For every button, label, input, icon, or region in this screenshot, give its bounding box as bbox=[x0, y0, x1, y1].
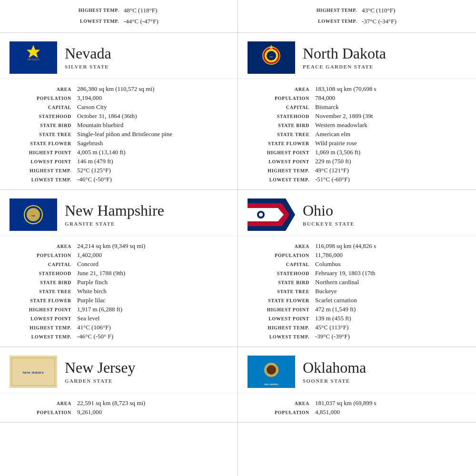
detail-value-highestPoint: 4,005 m (13,140 ft) bbox=[77, 149, 125, 156]
state-header-nevada: NEVADA NevadaSILVER STATE bbox=[0, 33, 238, 79]
detail-value-lowestTemp: -46°C (-50° F) bbox=[77, 333, 113, 340]
svg-text:NEW JERSEY: NEW JERSEY bbox=[22, 371, 44, 375]
svg-text:ND: ND bbox=[269, 56, 273, 58]
detail-label-stateTree: STATE TREE bbox=[248, 289, 309, 294]
detail-population: POPULATION11,786,000 bbox=[248, 251, 466, 259]
state-details-ohio: AREA116,098 sq km (44,826 sPOPULATION11,… bbox=[238, 236, 476, 347]
detail-stateTree: STATE TREEBuckeye bbox=[248, 288, 466, 295]
detail-value-stateTree: Buckeye bbox=[315, 288, 337, 295]
detail-value-statehood: June 21, 1788 (9th) bbox=[77, 269, 125, 277]
detail-label-highestTemp: HIGHEST TEMP. bbox=[248, 168, 309, 173]
detail-value-stateFlower: Purple lilac bbox=[77, 297, 106, 304]
flag-new_jersey: NEW JERSEY bbox=[10, 356, 57, 388]
flag-oklahoma: OKLAHOMA bbox=[248, 356, 295, 388]
detail-label-area: AREA bbox=[10, 87, 71, 92]
detail-value-lowestPoint: 146 m (479 ft) bbox=[77, 158, 113, 165]
detail-stateFlower: STATE FLOWERSagebrush bbox=[10, 139, 228, 147]
detail-value-stateFlower: Wild prairie rose bbox=[315, 139, 357, 147]
detail-statehood: STATEHOODFebruary 19, 1803 (17th bbox=[248, 269, 466, 277]
state-title: OklahomaSOONER STATE bbox=[303, 359, 366, 384]
detail-label-stateBird: STATE BIRD bbox=[248, 280, 309, 285]
detail-label-area: AREA bbox=[248, 244, 309, 249]
detail-label-stateBird: STATE BIRD bbox=[248, 123, 309, 128]
detail-stateBird: STATE BIRDMountain bluebird bbox=[10, 121, 228, 129]
state-details-nevada: AREA286,380 sq km (110,572 sq mi)POPULAT… bbox=[0, 79, 238, 190]
detail-capital: CAPITALConcord bbox=[10, 260, 228, 268]
detail-population: POPULATION1,402,000 bbox=[10, 251, 228, 259]
detail-value-stateFlower: Sagebrush bbox=[77, 139, 103, 147]
state-name: New Jersey bbox=[65, 359, 135, 376]
state-nickname: BUCKEYE STATE bbox=[303, 221, 355, 227]
top-temps: HIGHEST TEMP.43°C (110°F)LOWEST TEMP.-37… bbox=[238, 0, 476, 33]
detail-area: AREA24,214 sq km (9,349 sq mi) bbox=[10, 242, 228, 250]
detail-label-population: POPULATION bbox=[10, 253, 71, 258]
detail-label-stateFlower: STATE FLOWER bbox=[10, 298, 71, 303]
detail-label-population: POPULATION bbox=[10, 96, 71, 101]
detail-statehood: STATEHOODNovember 2, 1889 (39t bbox=[248, 112, 466, 120]
detail-statehood: STATEHOODOctober 31, 1864 (36th) bbox=[10, 112, 228, 120]
detail-area: AREA183,108 sq km (70,698 s bbox=[248, 85, 466, 93]
detail-value-statehood: October 31, 1864 (36th) bbox=[77, 112, 137, 120]
detail-label-highestTemp: HIGHEST TEMP. bbox=[248, 325, 309, 330]
detail-value-highestTemp: 45°C (113°F) bbox=[315, 324, 348, 331]
detail-stateFlower: STATE FLOWERPurple lilac bbox=[10, 297, 228, 304]
state-header-ohio: OhioBUCKEYE STATE bbox=[238, 190, 476, 236]
detail-value-stateTree: American elm bbox=[315, 130, 350, 138]
detail-value-stateBird: Northern cardinal bbox=[315, 278, 359, 286]
detail-value-stateTree: Single-leaf piñon and Bristlecone pine bbox=[77, 130, 172, 138]
detail-label-capital: CAPITAL bbox=[248, 105, 309, 110]
detail-label-lowestPoint: LOWEST POINT bbox=[10, 159, 71, 164]
highest-temp-label: HIGHEST TEMP. bbox=[305, 7, 357, 14]
detail-value-population: 784,000 bbox=[315, 94, 335, 102]
state-name: New Hampshire bbox=[65, 202, 164, 219]
detail-label-lowestPoint: LOWEST POINT bbox=[10, 316, 71, 321]
detail-value-area: 286,380 sq km (110,572 sq mi) bbox=[77, 85, 154, 93]
detail-population: POPULATION4,851,000 bbox=[248, 408, 466, 416]
detail-highestTemp: HIGHEST TEMP.49°C (121°F) bbox=[248, 167, 466, 174]
state-nickname: GRANITE STATE bbox=[65, 221, 164, 227]
detail-value-population: 11,786,000 bbox=[315, 251, 343, 259]
detail-value-capital: Bismarck bbox=[315, 103, 339, 111]
detail-label-capital: CAPITAL bbox=[10, 262, 71, 267]
state-details-new-jersey: AREA22,591 sq km (8,723 sq mi)POPULATION… bbox=[0, 393, 238, 423]
detail-label-stateFlower: STATE FLOWER bbox=[248, 298, 309, 303]
detail-label-population: POPULATION bbox=[10, 410, 71, 415]
detail-label-capital: CAPITAL bbox=[248, 262, 309, 267]
detail-label-stateTree: STATE TREE bbox=[10, 289, 71, 294]
flag-north_dakota: ND bbox=[248, 41, 295, 74]
state-header-north-dakota: ND North DakotaPEACE GARDEN STATE bbox=[238, 33, 476, 79]
detail-label-lowestTemp: LOWEST TEMP. bbox=[10, 334, 71, 339]
detail-value-highestPoint: 472 m (1,549 ft) bbox=[315, 306, 356, 313]
detail-label-area: AREA bbox=[10, 244, 71, 249]
flag-nevada: NEVADA bbox=[10, 41, 57, 74]
detail-value-lowestTemp: -46°C (-50°F) bbox=[77, 176, 112, 183]
highest-temp-label: HIGHEST TEMP. bbox=[67, 7, 119, 14]
page: HIGHEST TEMP.48°C (118°F)LOWEST TEMP.-44… bbox=[0, 0, 476, 476]
detail-value-capital: Concord bbox=[77, 260, 99, 268]
detail-label-area: AREA bbox=[10, 401, 71, 406]
detail-label-area: AREA bbox=[248, 401, 309, 406]
detail-lowestPoint: LOWEST POINTSea level bbox=[10, 315, 228, 322]
detail-value-area: 116,098 sq km (44,826 s bbox=[315, 242, 376, 250]
detail-highestTemp: HIGHEST TEMP.52°C (125°F) bbox=[10, 167, 228, 174]
detail-capital: CAPITALColumbus bbox=[248, 260, 466, 268]
detail-area: AREA286,380 sq km (110,572 sq mi) bbox=[10, 85, 228, 93]
lowest-temp-label: LOWEST TEMP. bbox=[305, 18, 357, 25]
state-details-new-hampshire: AREA24,214 sq km (9,349 sq mi)POPULATION… bbox=[0, 236, 238, 347]
highest-temp-row: HIGHEST TEMP.43°C (110°F) bbox=[305, 6, 466, 16]
detail-highestPoint: HIGHEST POINT1,069 m (3,506 ft) bbox=[248, 149, 466, 156]
detail-value-stateTree: White birch bbox=[77, 288, 107, 295]
lowest-temp-row: LOWEST TEMP.-44°C (-47°F) bbox=[67, 17, 228, 27]
detail-value-area: 183,108 sq km (70,698 s bbox=[315, 85, 377, 93]
detail-lowestPoint: LOWEST POINT229 m (750 ft) bbox=[248, 158, 466, 165]
detail-label-highestPoint: HIGHEST POINT bbox=[248, 307, 309, 312]
state-title: New JerseyGARDEN STATE bbox=[65, 359, 135, 384]
detail-highestTemp: HIGHEST TEMP.41°C (106°F) bbox=[10, 324, 228, 331]
detail-value-highestTemp: 49°C (121°F) bbox=[315, 167, 349, 174]
svg-text:NH: NH bbox=[31, 215, 35, 217]
state-details-north-dakota: AREA183,108 sq km (70,698 sPOPULATION784… bbox=[238, 79, 476, 190]
detail-lowestTemp: LOWEST TEMP.-39°C (-39°F) bbox=[248, 333, 466, 340]
highest-temp-value: 43°C (110°F) bbox=[362, 6, 395, 16]
detail-area: AREA181,037 sq km (69,899 s bbox=[248, 399, 466, 407]
detail-value-highestPoint: 1,069 m (3,506 ft) bbox=[315, 149, 360, 156]
